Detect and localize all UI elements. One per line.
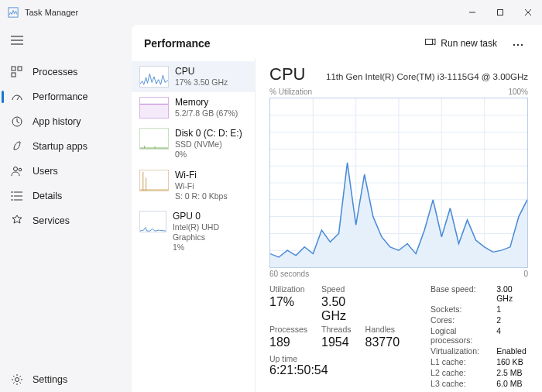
nav-startup-apps[interactable]: Startup apps: [0, 134, 132, 159]
y-axis-label: % Utilization: [269, 88, 312, 96]
services-icon: [11, 215, 23, 227]
info-value: 4: [496, 326, 528, 345]
hnd-value: 83770: [365, 335, 400, 349]
nav-label: Details: [33, 191, 62, 201]
system-info: Base speed:3.00 GHzSockets:1Cores:2Logic…: [431, 284, 528, 388]
run-new-task-button[interactable]: Run new task: [419, 34, 503, 52]
list-icon: [11, 190, 23, 202]
info-key: L2 cache:: [431, 368, 481, 377]
info-value: 2: [496, 315, 528, 325]
cpu-thumb: [139, 66, 169, 88]
memory-thumb: [139, 97, 169, 119]
perf-sub: 17% 3.50 GHz: [175, 77, 228, 88]
nav-label: Services: [33, 215, 70, 226]
svg-rect-9: [18, 67, 22, 70]
sidebar: Processes Performance App history Startu…: [0, 25, 132, 392]
more-button[interactable]: [506, 35, 530, 52]
svg-point-23: [513, 43, 515, 45]
nav-settings[interactable]: Settings: [0, 367, 132, 392]
x-axis-right: 0: [523, 270, 528, 278]
info-key: L3 cache:: [431, 379, 481, 388]
nav-details[interactable]: Details: [0, 184, 132, 208]
proc-label: Processes: [269, 325, 307, 334]
info-value: 1: [496, 304, 528, 314]
svg-rect-2: [498, 10, 503, 15]
svg-point-19: [12, 195, 13, 197]
app-icon: [8, 7, 19, 18]
grid-icon: [11, 66, 23, 78]
history-icon: [11, 115, 23, 128]
hnd-label: Handles: [365, 325, 400, 334]
page-title: Performance: [144, 37, 419, 50]
titlebar: Task Manager: [0, 0, 542, 25]
perf-name: GPU 0: [173, 211, 247, 222]
speed-icon: [11, 91, 23, 103]
util-value: 17%: [269, 295, 307, 323]
run-task-icon: [425, 37, 436, 49]
speed-value: 3.50 GHz: [321, 295, 352, 323]
uptime-label: Up time: [269, 354, 400, 363]
detail-title: CPU: [269, 64, 305, 84]
uptime-value: 6:21:50:54: [269, 363, 400, 377]
perf-sub: Wi-Fi: [175, 181, 228, 191]
rocket-icon: [11, 140, 23, 153]
svg-rect-26: [140, 104, 168, 118]
perf-sub2: 0%: [175, 150, 242, 160]
nav-label: Performance: [33, 91, 88, 102]
info-value: Enabled: [496, 346, 528, 356]
perf-list: CPU17% 3.50 GHz Memory5.2/7.8 GB (67%) D…: [132, 58, 256, 392]
window-minimize-button[interactable]: [458, 0, 486, 25]
thr-value: 1954: [321, 335, 352, 349]
perf-name: Wi-Fi: [175, 170, 228, 181]
wifi-thumb: [139, 170, 169, 191]
nav-label: Startup apps: [33, 141, 87, 152]
gpu-thumb: [139, 211, 166, 232]
perf-item-gpu0[interactable]: GPU 0Intel(R) UHD Graphics1%: [132, 206, 255, 257]
perf-sub: 5.2/7.8 GB (67%): [175, 108, 238, 119]
perf-sub: Intel(R) UHD Graphics: [173, 222, 247, 242]
svg-rect-22: [426, 40, 433, 45]
thr-label: Threads: [321, 325, 352, 334]
svg-point-21: [15, 378, 19, 382]
disk-thumb: [139, 128, 169, 150]
run-task-label: Run new task: [441, 38, 497, 49]
users-icon: [11, 165, 23, 177]
info-key: Base speed:: [431, 284, 481, 303]
svg-point-18: [12, 191, 13, 193]
nav-services[interactable]: Services: [0, 208, 132, 233]
x-axis-left: 60 seconds: [269, 270, 309, 278]
nav-performance[interactable]: Performance: [0, 84, 132, 109]
perf-item-disk0[interactable]: Disk 0 (C: D: E:)SSD (NVMe)0%: [132, 123, 255, 164]
nav-label: Settings: [33, 374, 67, 385]
nav-users[interactable]: Users: [0, 159, 132, 184]
perf-sub: SSD (NVMe): [175, 139, 242, 150]
info-key: L1 cache:: [431, 357, 481, 366]
perf-item-memory[interactable]: Memory5.2/7.8 GB (67%): [132, 92, 255, 123]
svg-rect-10: [12, 73, 15, 77]
perf-sub2: S: 0 R: 0 Kbps: [175, 191, 228, 201]
info-value: 160 KB: [496, 357, 528, 366]
svg-point-20: [12, 199, 13, 201]
nav-processes[interactable]: Processes: [0, 60, 132, 84]
perf-item-wifi[interactable]: Wi-FiWi-FiS: 0 R: 0 Kbps: [132, 165, 255, 206]
detail-panel: CPU 11th Gen Intel(R) Core(TM) i3-1115G4…: [256, 58, 542, 392]
window-close-button[interactable]: [514, 0, 542, 25]
y-axis-max: 100%: [508, 88, 528, 96]
speed-label: Speed: [321, 284, 352, 294]
svg-rect-8: [12, 67, 15, 70]
svg-line-11: [17, 96, 19, 100]
perf-name: Disk 0 (C: D: E:): [175, 128, 242, 139]
svg-point-24: [517, 43, 519, 45]
content-header: Performance Run new task: [132, 25, 542, 58]
window-maximize-button[interactable]: [486, 0, 514, 25]
perf-name: CPU: [175, 66, 228, 77]
gear-icon: [11, 373, 23, 386]
nav-app-history[interactable]: App history: [0, 109, 132, 134]
info-value: 6.0 MB: [496, 379, 528, 388]
hamburger-button[interactable]: [0, 28, 132, 55]
perf-item-cpu[interactable]: CPU17% 3.50 GHz: [132, 61, 255, 92]
info-key: Logical processors:: [431, 326, 481, 345]
info-key: Virtualization:: [431, 346, 481, 356]
info-key: Cores:: [431, 315, 481, 325]
proc-value: 189: [269, 335, 307, 349]
